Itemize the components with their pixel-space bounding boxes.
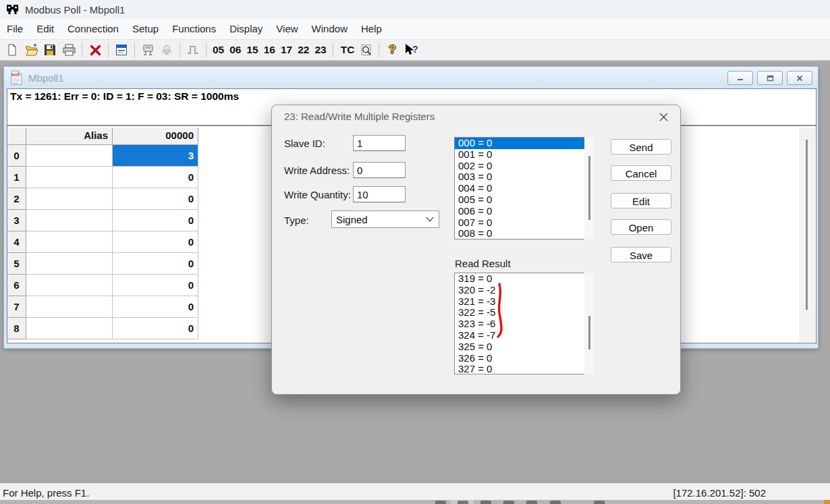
scrollbar-thumb[interactable] (806, 140, 808, 310)
menu-item[interactable]: Connection (61, 19, 126, 39)
menu-item[interactable]: Setup (126, 19, 165, 39)
function-button[interactable]: 22 (295, 44, 312, 56)
read-result-item[interactable]: 320 = -2 (455, 285, 594, 296)
write-register-item[interactable]: 007 = 0 (455, 217, 594, 229)
read-result-item[interactable]: 323 = -6 (455, 318, 594, 330)
menu-item[interactable]: Functions (165, 19, 223, 39)
save-dialog-button[interactable]: Save (611, 247, 671, 262)
help-button[interactable]: ? (383, 41, 401, 59)
open-file-button[interactable] (22, 41, 40, 59)
write-address-input[interactable] (353, 162, 406, 178)
taskbar-icon-partial[interactable] (458, 501, 468, 504)
grid-alias-header[interactable]: Alias (26, 128, 113, 145)
menu-item[interactable]: Window (305, 19, 354, 39)
grid-alias-cell[interactable] (26, 253, 113, 275)
menu-item[interactable]: Edit (30, 19, 61, 39)
grid-row-header[interactable]: 8 (7, 318, 26, 339)
minimize-button[interactable] (727, 71, 753, 85)
write-register-item[interactable]: 004 = 0 (455, 183, 594, 194)
write-register-item[interactable]: 002 = 0 (455, 161, 594, 172)
write-register-item[interactable]: 006 = 0 (455, 206, 594, 217)
open-button[interactable]: Open (611, 219, 671, 235)
print-button[interactable] (60, 41, 78, 59)
grid-value-cell[interactable]: 0 (113, 231, 198, 253)
grid-alias-cell[interactable] (26, 167, 113, 188)
grid-alias-cell[interactable] (26, 275, 113, 296)
scrollbar-thumb[interactable] (588, 316, 590, 349)
communication-traffic-button[interactable] (139, 41, 157, 59)
menu-item[interactable]: Display (223, 19, 269, 39)
slave-id-input[interactable] (353, 135, 406, 151)
function-button[interactable]: 16 (261, 44, 278, 56)
grid-value-cell[interactable]: 0 (113, 188, 198, 210)
grid-row-header[interactable]: 1 (7, 167, 26, 188)
write-register-item[interactable]: 001 = 0 (455, 149, 594, 161)
restore-button[interactable] (757, 71, 783, 85)
function-button[interactable]: 15 (244, 44, 261, 56)
grid-row-header[interactable]: 0 (7, 145, 26, 167)
type-select[interactable]: Signed (331, 211, 439, 228)
write-register-item[interactable]: 000 = 0 (455, 138, 594, 149)
grid-value-cell[interactable]: 0 (113, 318, 198, 339)
write-register-item[interactable]: 008 = 0 (455, 228, 594, 240)
grid-row-header[interactable]: 6 (7, 275, 26, 296)
menu-item[interactable]: Help (354, 19, 389, 39)
grid-row-header[interactable]: 3 (7, 210, 26, 231)
taskbar-icon-partial[interactable] (503, 501, 514, 504)
grid-row-header[interactable]: 7 (7, 296, 26, 318)
grid-value-cell[interactable]: 0 (113, 253, 198, 275)
log-button-disabled[interactable] (158, 41, 175, 59)
grid-row-header[interactable]: 4 (7, 231, 26, 253)
grid-value-cell[interactable]: 0 (113, 210, 198, 231)
grid-row-header[interactable]: 2 (7, 188, 26, 210)
read-list-scrollbar[interactable] (584, 273, 594, 374)
cancel-button[interactable]: Cancel (611, 165, 671, 181)
grid-alias-cell[interactable] (26, 188, 113, 210)
document-titlebar[interactable]: DOC Mbpoll1 (4, 67, 818, 88)
read-result-item[interactable]: 327 = 0 (455, 364, 594, 374)
display-communication-button[interactable] (357, 41, 375, 59)
taskbar-icon-partial[interactable] (594, 501, 605, 504)
read-result-item[interactable]: 325 = 0 (455, 341, 594, 353)
read-write-definition-button[interactable] (113, 41, 130, 59)
grid-value-cell[interactable]: 0 (113, 275, 198, 296)
context-help-button[interactable]: ? (402, 41, 420, 59)
grid-alias-cell[interactable] (26, 145, 113, 167)
function-button[interactable]: 17 (278, 44, 295, 56)
write-register-item[interactable]: 005 = 0 (455, 194, 594, 206)
edit-button[interactable]: Edit (611, 193, 671, 208)
read-result-item[interactable]: 322 = -5 (455, 307, 594, 318)
function-button[interactable]: 05 (210, 44, 227, 56)
grid-alias-cell[interactable] (26, 231, 113, 253)
document-vertical-scrollbar[interactable] (799, 128, 815, 342)
scrollbar-thumb[interactable] (588, 156, 590, 220)
grid-alias-cell[interactable] (26, 296, 113, 318)
write-quantity-input[interactable] (353, 186, 406, 202)
grid-row-header[interactable]: 5 (7, 253, 26, 275)
close-window-button[interactable] (787, 71, 812, 85)
grid-alias-cell[interactable] (26, 318, 113, 339)
taskbar-icon-partial[interactable] (480, 501, 491, 504)
write-list-scrollbar[interactable] (584, 137, 594, 240)
taskbar-icon-partial[interactable] (550, 501, 561, 504)
read-result-item[interactable]: 319 = 0 (455, 273, 594, 285)
write-register-item[interactable]: 003 = 0 (455, 171, 594, 183)
dialog-close-button[interactable] (656, 109, 671, 124)
taskbar-icon-partial[interactable] (435, 501, 446, 504)
grid-value-cell[interactable]: 0 (113, 296, 198, 318)
send-button[interactable]: Send (611, 139, 671, 155)
grid-value-cell[interactable]: 0 (113, 167, 198, 188)
grid-register-header[interactable]: 00000 (113, 128, 198, 145)
test-center-button[interactable]: TC (337, 44, 357, 56)
taskbar-icon-partial[interactable] (526, 501, 537, 504)
save-button[interactable] (41, 41, 59, 59)
quit-connection-button[interactable] (86, 41, 104, 59)
menu-item[interactable]: View (269, 19, 304, 39)
read-result-item[interactable]: 324 = -7 (455, 330, 594, 341)
read-result-item[interactable]: 326 = 0 (455, 353, 594, 364)
single-poll-button-disabled[interactable] (184, 41, 202, 59)
read-result-item[interactable]: 321 = -3 (455, 296, 594, 308)
function-button[interactable]: 06 (227, 44, 244, 56)
grid-alias-cell[interactable] (26, 210, 113, 231)
grid-value-cell[interactable]: 3 (113, 145, 198, 167)
